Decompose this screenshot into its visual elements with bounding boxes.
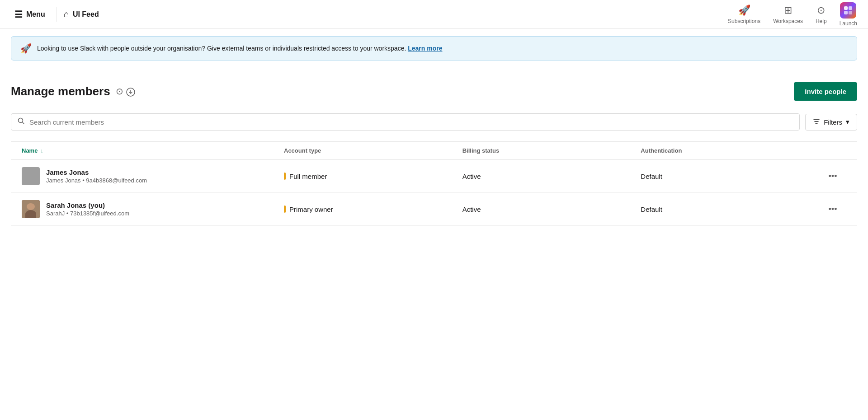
header-divider [56, 7, 57, 22]
subscriptions-label: Subscriptions [728, 18, 760, 24]
filters-chevron-icon: ▾ [846, 118, 849, 126]
col-actions-header [819, 147, 846, 154]
page-header: Manage members ⊙ Invite people [11, 82, 857, 101]
menu-button[interactable]: ☰ Menu [11, 6, 49, 23]
help-icon: ⊙ [817, 5, 825, 16]
main-content: Manage members ⊙ Invite people [0, 68, 868, 226]
member-cell-james: James Jonas James Jonas • 9a4b3868@uifee… [22, 167, 284, 185]
svg-rect-0 [844, 6, 848, 10]
account-type-james: Full member [284, 173, 462, 180]
banner-text: Looking to use Slack with people outside… [37, 45, 442, 52]
info-banner: 🚀 Looking to use Slack with people outsi… [11, 36, 857, 61]
page-title-area: Manage members ⊙ [11, 84, 136, 98]
avatar-james [22, 167, 40, 185]
table-row: Sarah Jonas (you) SarahJ • 73b1385f@uife… [11, 193, 857, 226]
nav-launch[interactable]: Launch [840, 2, 857, 27]
col-billing-status-header: Billing status [462, 147, 641, 154]
account-type-sarah: Primary owner [284, 205, 462, 213]
svg-rect-3 [849, 11, 852, 14]
nav-workspaces[interactable]: ⊞ Workspaces [773, 5, 803, 24]
account-indicator-sarah [284, 205, 286, 213]
table-header: Name ↓ Account type Billing status Authe… [11, 142, 857, 160]
col-authentication-header: Authentication [641, 147, 819, 154]
account-type-label-sarah: Primary owner [289, 205, 333, 213]
member-name-sarah: Sarah Jonas (you) [46, 201, 129, 209]
member-name-james: James Jonas [46, 168, 147, 176]
filters-button[interactable]: Filters ▾ [805, 114, 857, 131]
nav-help[interactable]: ⊙ Help [816, 5, 827, 24]
svg-rect-2 [844, 11, 848, 14]
banner-icon: 🚀 [20, 43, 32, 54]
col-account-type-header: Account type [284, 147, 462, 154]
header-right: 🚀 Subscriptions ⊞ Workspaces ⊙ Help Laun… [728, 2, 857, 27]
search-input[interactable] [29, 118, 793, 126]
invite-people-button[interactable]: Invite people [794, 82, 857, 101]
filters-label: Filters [824, 118, 842, 126]
search-box [11, 113, 800, 131]
member-sub-james: James Jonas • 9a4b3868@uifeed.com [46, 177, 147, 184]
home-icon: ⌂ [64, 9, 69, 19]
header-left: ☰ Menu ⌂ UI Feed [11, 6, 99, 23]
home-link[interactable]: ⌂ UI Feed [64, 9, 99, 19]
billing-status-sarah: Active [462, 205, 641, 213]
svg-rect-1 [849, 6, 852, 10]
member-cell-sarah: Sarah Jonas (you) SarahJ • 73b1385f@uife… [22, 200, 284, 218]
filter-icon [813, 118, 820, 126]
workspaces-label: Workspaces [773, 18, 803, 24]
member-info-james: James Jonas James Jonas • 9a4b3868@uifee… [46, 168, 147, 184]
members-table: Name ↓ Account type Billing status Authe… [11, 141, 857, 226]
table-row: James Jonas James Jonas • 9a4b3868@uifee… [11, 160, 857, 193]
sort-arrow-icon: ↓ [40, 148, 43, 154]
header: ☰ Menu ⌂ UI Feed 🚀 Subscriptions ⊞ Works… [0, 0, 868, 29]
auth-sarah: Default [641, 205, 819, 213]
member-info-sarah: Sarah Jonas (you) SarahJ • 73b1385f@uife… [46, 201, 129, 217]
hamburger-icon: ☰ [14, 9, 23, 20]
avatar-sarah [22, 200, 40, 218]
help-label: Help [816, 18, 827, 24]
launch-icon [840, 2, 856, 19]
account-type-label-james: Full member [289, 173, 327, 180]
menu-label: Menu [26, 10, 45, 19]
app-name: UI Feed [73, 10, 99, 19]
search-filter-row: Filters ▾ [11, 113, 857, 131]
workspaces-icon: ⊞ [784, 5, 792, 16]
search-icon [18, 117, 25, 126]
subscriptions-icon: 🚀 [738, 5, 750, 16]
more-actions-sarah[interactable]: ••• [819, 203, 846, 216]
download-icon[interactable]: ⊙ [116, 86, 136, 97]
more-actions-james[interactable]: ••• [819, 170, 846, 183]
col-name-header[interactable]: Name ↓ [22, 147, 284, 154]
learn-more-link[interactable]: Learn more [408, 45, 442, 52]
member-sub-sarah: SarahJ • 73b1385f@uifeed.com [46, 210, 129, 217]
billing-status-james: Active [462, 173, 641, 180]
account-indicator-james [284, 173, 286, 180]
launch-label: Launch [840, 20, 857, 27]
nav-subscriptions[interactable]: 🚀 Subscriptions [728, 5, 760, 24]
auth-james: Default [641, 173, 819, 180]
page-title: Manage members [11, 84, 110, 98]
